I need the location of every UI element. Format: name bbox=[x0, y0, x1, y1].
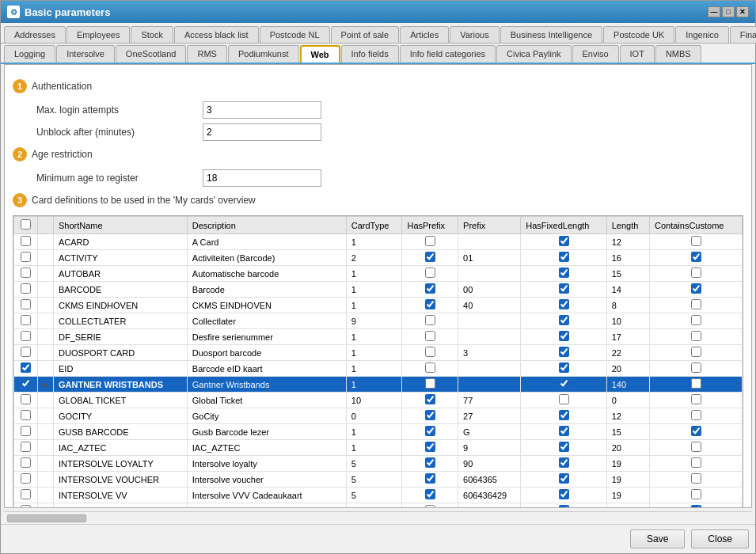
row-containscustomer bbox=[650, 377, 743, 393]
row-prefix: 9 bbox=[458, 440, 521, 456]
tab-postcode-uk[interactable]: Postcode UK bbox=[603, 26, 674, 43]
input-unblock[interactable] bbox=[203, 123, 321, 141]
row-prefix bbox=[458, 266, 521, 282]
row-expand bbox=[38, 488, 54, 503]
horizontal-scrollbar[interactable] bbox=[4, 511, 752, 524]
table-row[interactable]: ▶GANTNER WRISTBANDSGantner Wristbands114… bbox=[14, 377, 743, 393]
row-length: 20 bbox=[606, 440, 649, 456]
table-row[interactable]: DUOSPORT CARDDuosport barcode1322 bbox=[14, 345, 743, 361]
input-max-login[interactable] bbox=[203, 101, 321, 119]
table-row[interactable]: KLANT-BKlantenkaart via barcode118 bbox=[14, 503, 743, 509]
tab-point-of-sale[interactable]: Point of sale bbox=[331, 26, 400, 43]
maximize-button[interactable]: □ bbox=[722, 6, 735, 17]
tab-rms[interactable]: RMS bbox=[187, 45, 226, 63]
header-checkbox[interactable] bbox=[21, 219, 31, 230]
row-length: 12 bbox=[606, 408, 649, 424]
table-row[interactable]: INTERSOLVE VOUCHERIntersolve voucher5606… bbox=[14, 472, 743, 488]
row-checkbox bbox=[14, 266, 38, 282]
row-expand bbox=[38, 393, 54, 408]
table-row[interactable]: CKMS EINDHOVENCKMS EINDHOVEN1408 bbox=[14, 298, 743, 313]
tab-various[interactable]: Various bbox=[450, 26, 499, 43]
tab-logging[interactable]: Logging bbox=[4, 45, 55, 63]
tab-ingenico[interactable]: Ingenico bbox=[675, 26, 729, 43]
row-hasprefix bbox=[402, 472, 458, 488]
tab-onescotland[interactable]: OneScotland bbox=[116, 45, 187, 63]
tab-podiumkunst[interactable]: Podiumkunst bbox=[228, 45, 299, 63]
row-cardtype: 1 bbox=[346, 503, 402, 509]
table-row[interactable]: GUSB BARCODEGusb Barcode lezer1G15 bbox=[14, 424, 743, 440]
row-containscustomer bbox=[650, 234, 743, 250]
minimize-button[interactable]: — bbox=[708, 6, 720, 17]
tab-web[interactable]: Web bbox=[300, 45, 340, 63]
close-button[interactable]: ✕ bbox=[736, 6, 749, 17]
table-row[interactable]: COLLECTLATERCollectlater910 bbox=[14, 313, 743, 329]
form-row-min-age: Minimum age to register bbox=[36, 169, 743, 187]
row-hasfixedlength bbox=[521, 345, 606, 361]
row-length: 0 bbox=[606, 393, 649, 408]
row-expand: ▶ bbox=[38, 377, 54, 393]
bottom-bar: Save Close bbox=[1, 524, 755, 553]
tab-employees[interactable]: Employees bbox=[66, 26, 130, 43]
row-shortname: ACARD bbox=[54, 234, 188, 250]
row-expand bbox=[38, 250, 54, 266]
row-description: Intersolve VVV Cadeaukaart bbox=[187, 488, 346, 503]
cards-table-container[interactable]: ShortName Description CardType HasPrefix… bbox=[13, 215, 743, 508]
tab-postcode-nl[interactable]: Postcode NL bbox=[260, 26, 330, 43]
table-row[interactable]: GOCITYGoCity02712 bbox=[14, 408, 743, 424]
scrollbar-thumb[interactable] bbox=[7, 514, 86, 522]
row-expand bbox=[38, 361, 54, 377]
tab-intersolve[interactable]: Intersolve bbox=[56, 45, 115, 63]
tab-nmbs[interactable]: NMBS bbox=[655, 45, 701, 63]
tab-iot[interactable]: IOT bbox=[620, 45, 655, 63]
save-button[interactable]: Save bbox=[630, 529, 685, 548]
tab-stock[interactable]: Stock bbox=[131, 26, 173, 43]
table-row[interactable]: AUTOBARAutomatische barcode115 bbox=[14, 266, 743, 282]
row-checkbox bbox=[14, 345, 38, 361]
tab-finances[interactable]: Finances bbox=[730, 26, 756, 43]
form-row-max-login: Max. login attempts bbox=[36, 101, 743, 119]
row-length: 19 bbox=[606, 488, 649, 503]
row-length: 19 bbox=[606, 472, 649, 488]
tab-info-fields[interactable]: Info fields bbox=[341, 45, 399, 63]
input-min-age[interactable] bbox=[203, 169, 321, 187]
row-containscustomer bbox=[650, 456, 743, 472]
close-button[interactable]: Close bbox=[691, 529, 749, 548]
row-hasprefix bbox=[402, 329, 458, 345]
row-containscustomer bbox=[650, 424, 743, 440]
table-row[interactable]: EIDBarcode eID kaart120 bbox=[14, 361, 743, 377]
row-expand bbox=[38, 298, 54, 313]
tab-row-2: Logging Intersolve OneScotland RMS Podiu… bbox=[1, 44, 755, 64]
tab-business-intelligence[interactable]: Business Intelligence bbox=[500, 26, 602, 43]
row-prefix bbox=[458, 329, 521, 345]
row-checkbox bbox=[14, 472, 38, 488]
table-row[interactable]: ACARDA Card112 bbox=[14, 234, 743, 250]
table-row[interactable]: BARCODEBarcode10014 bbox=[14, 282, 743, 298]
tab-info-field-categories[interactable]: Info field categories bbox=[400, 45, 496, 63]
main-content: 1 Authentication Max. login attempts Unb… bbox=[4, 64, 752, 508]
tab-civica-paylink[interactable]: Civica Paylink bbox=[496, 45, 571, 63]
section-auth-title: Authentication bbox=[32, 81, 92, 92]
table-row[interactable]: INTERSOLVE LOYALTYIntersolve loyalty5901… bbox=[14, 456, 743, 472]
table-row[interactable]: IAC_AZTECIAC_AZTEC1920 bbox=[14, 440, 743, 456]
row-hasfixedlength bbox=[521, 329, 606, 345]
row-description: Collectlater bbox=[187, 313, 346, 329]
table-row[interactable]: INTERSOLVE VVIntersolve VVV Cadeaukaart5… bbox=[14, 488, 743, 503]
table-row[interactable]: GLOBAL TICKETGlobal Ticket10770 bbox=[14, 393, 743, 408]
tab-enviso[interactable]: Enviso bbox=[572, 45, 619, 63]
row-hasprefix bbox=[402, 488, 458, 503]
table-body: ACARDA Card112ACTIVITYActiviteiten (Barc… bbox=[14, 234, 743, 509]
section-age-num: 2 bbox=[13, 147, 27, 161]
tab-articles[interactable]: Articles bbox=[400, 26, 449, 43]
tab-access-black-list[interactable]: Access black list bbox=[174, 26, 259, 43]
row-cardtype: 1 bbox=[346, 234, 402, 250]
main-window: ⚙ Basic parameters — □ ✕ Addresses Emplo… bbox=[0, 0, 756, 554]
row-hasprefix bbox=[402, 361, 458, 377]
row-hasfixedlength bbox=[521, 234, 606, 250]
row-length: 12 bbox=[606, 234, 649, 250]
table-row[interactable]: DF_SERIEDesfire serienummer117 bbox=[14, 329, 743, 345]
row-containscustomer bbox=[650, 298, 743, 313]
tab-addresses[interactable]: Addresses bbox=[4, 26, 66, 43]
table-row[interactable]: ACTIVITYActiviteiten (Barcode)20116 bbox=[14, 250, 743, 266]
row-length: 16 bbox=[606, 250, 649, 266]
row-hasprefix bbox=[402, 377, 458, 393]
